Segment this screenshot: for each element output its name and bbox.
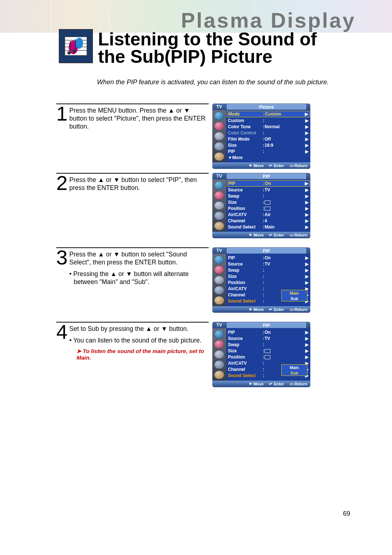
osd-side-icon	[214, 350, 224, 359]
osd-popup-item[interactable]: Main	[282, 365, 307, 370]
chevron-right-icon: ▶	[305, 187, 309, 193]
osd-item-label: PIP	[228, 149, 262, 154]
osd-item-value: Normal	[265, 124, 305, 129]
osd-menu-item[interactable]: Swap:▶	[227, 267, 310, 273]
page-title: Listening to the Sound of the Sub(PIP) P…	[98, 31, 334, 65]
osd-tabbar: TVPIP	[212, 322, 310, 328]
chevron-right-icon: ▶	[305, 348, 309, 353]
osd-menu-item[interactable]: Custom:▶	[227, 117, 310, 123]
osd-menu-item[interactable]: Color Control:▶	[227, 130, 310, 136]
osd-menu-list: PIP:On▶Source:TV▶Swap:▶Size:▶Position:▶A…	[226, 328, 310, 381]
osd-item-label: Custom	[228, 118, 262, 123]
osd-menu-item[interactable]: Position:▶	[227, 354, 310, 360]
chevron-right-icon: ▶	[305, 143, 309, 148]
osd-menu-item[interactable]: Size:▶	[227, 348, 310, 354]
osd-menu-item[interactable]: PIP:▶	[227, 148, 310, 154]
step-bullet: • You can listen to the sound of the sub…	[69, 336, 209, 344]
osd-menu-item[interactable]: PIP:On▶	[227, 329, 310, 335]
osd-menu-item[interactable]: PIP:On▶	[227, 180, 310, 187]
osd-side-icon	[214, 181, 224, 190]
osd-item-value: Custom	[265, 112, 305, 117]
osd-menu-item[interactable]: Position:▶	[227, 279, 310, 285]
chevron-right-icon: ▶	[305, 255, 309, 260]
osd-item-label: Channel	[228, 367, 262, 372]
osd-sidebar	[212, 179, 226, 232]
osd-sidebar	[212, 254, 226, 306]
osd-tab-title: PIP	[227, 248, 306, 254]
osd-side-icon	[214, 222, 224, 230]
svg-rect-9	[70, 41, 71, 53]
osd-item-label: Size	[228, 143, 262, 148]
osd-popup-item[interactable]: Main	[282, 290, 307, 296]
osd-menu-item[interactable]: Sound Select:Main▶	[227, 224, 310, 230]
osd-menu-item[interactable]: Swap:▶	[227, 341, 310, 348]
osd-menu-item[interactable]: Channel:4▶	[227, 218, 310, 224]
osd-side-icon	[214, 360, 224, 369]
osd-item-label: Position	[228, 280, 262, 285]
osd-item-label: Sound Select	[228, 373, 262, 378]
osd-item-label: Size	[228, 274, 262, 279]
osd-screenshot-3: TVPIPPIP:On▶Source:TV▶Swap:▶Size:▶Positi…	[212, 247, 310, 313]
osd-popup[interactable]: MainSub	[281, 364, 307, 376]
osd-item-label: PIP	[228, 330, 262, 335]
osd-item-label: Air/CATV	[228, 361, 262, 366]
osd-side-icon	[214, 340, 224, 349]
osd-item-value: TV	[265, 262, 305, 267]
osd-item-value: On	[265, 255, 305, 260]
osd-menu-item[interactable]: Film Mode:Off▶	[227, 136, 310, 142]
chevron-right-icon: ▶	[305, 112, 308, 117]
osd-menu-item[interactable]: ▼More	[227, 154, 310, 161]
osd-footer: ✦ Move↵ Enter▭ Return	[212, 306, 310, 313]
osd-tabbar: TVPIP	[212, 173, 310, 179]
osd-popup-item[interactable]: Sub	[282, 296, 307, 301]
chevron-right-icon: ▶	[305, 274, 309, 279]
step-3: 3 Press the ▲ or ▼ button to select "Sou…	[56, 247, 209, 286]
osd-item-label: Channel	[228, 218, 262, 223]
chevron-right-icon: ▶	[305, 149, 309, 154]
osd-item-value	[265, 200, 305, 205]
osd-menu-item[interactable]: Position:▶	[227, 205, 310, 211]
osd-item-value	[265, 355, 305, 360]
osd-item-label: Film Mode	[228, 137, 262, 142]
osd-popup-item[interactable]: Sub	[282, 370, 307, 376]
osd-popup[interactable]: MainSub	[281, 290, 307, 301]
osd-menu-item[interactable]: Air/CATV:Air▶	[227, 211, 310, 218]
osd-side-icon	[214, 330, 224, 339]
osd-item-label: Color Control	[228, 130, 262, 135]
osd-screenshot-4: TVPIPPIP:On▶Source:TV▶Swap:▶Size:▶Positi…	[212, 322, 310, 387]
osd-tabbar: TVPicture	[212, 104, 310, 110]
osd-menu-item[interactable]: Source:TV▶	[227, 261, 310, 267]
osd-menu-item[interactable]: Source:TV▶	[227, 187, 310, 193]
step-bullet: • Pressing the ▲ or ▼ button will altern…	[69, 270, 209, 286]
chevron-right-icon: ▶	[305, 194, 309, 199]
osd-menu-item[interactable]: Size:▶	[227, 199, 310, 205]
step-1: 1 Press the MENU button. Press the ▲ or …	[56, 104, 209, 130]
osd-tab-tv: TV	[212, 323, 226, 328]
chevron-right-icon: ▶	[305, 280, 309, 285]
osd-item-value	[265, 348, 305, 353]
osd-menu-item[interactable]: Color Tone:Normal▶	[227, 123, 310, 130]
osd-footer: ✦ Move↵ Enter▭ Return	[212, 232, 310, 238]
osd-menu-item[interactable]: Size:▶	[227, 273, 310, 279]
osd-menu-item[interactable]: Swap:▶	[227, 193, 310, 199]
osd-item-label: Size	[228, 200, 262, 205]
osd-menu-list: Mode:Custom▶Custom:▶Color Tone:Normal▶Co…	[226, 110, 310, 162]
osd-tab-tv: TV	[212, 104, 226, 109]
osd-item-label: Sound Select	[228, 224, 262, 230]
chevron-right-icon: ▶	[305, 181, 308, 186]
osd-side-icon	[214, 266, 224, 274]
osd-tab-title: Picture	[227, 104, 306, 110]
osd-menu-item[interactable]: Size:16:9▶	[227, 142, 310, 148]
chevron-right-icon: ▶	[305, 212, 309, 217]
osd-item-label: Color Tone	[228, 124, 262, 129]
osd-side-icon	[214, 201, 224, 210]
osd-item-label: Sound Select	[228, 299, 262, 304]
osd-item-label: Air/CATV	[228, 212, 262, 217]
osd-side-icon	[214, 122, 224, 130]
osd-side-icon	[214, 132, 224, 141]
osd-menu-item[interactable]: Source:TV▶	[227, 335, 310, 341]
osd-tab-tv: TV	[212, 248, 226, 253]
osd-menu-item[interactable]: Mode:Custom▶	[227, 111, 310, 117]
chevron-right-icon: ▶	[305, 355, 309, 360]
osd-menu-item[interactable]: PIP:On▶	[227, 255, 310, 261]
